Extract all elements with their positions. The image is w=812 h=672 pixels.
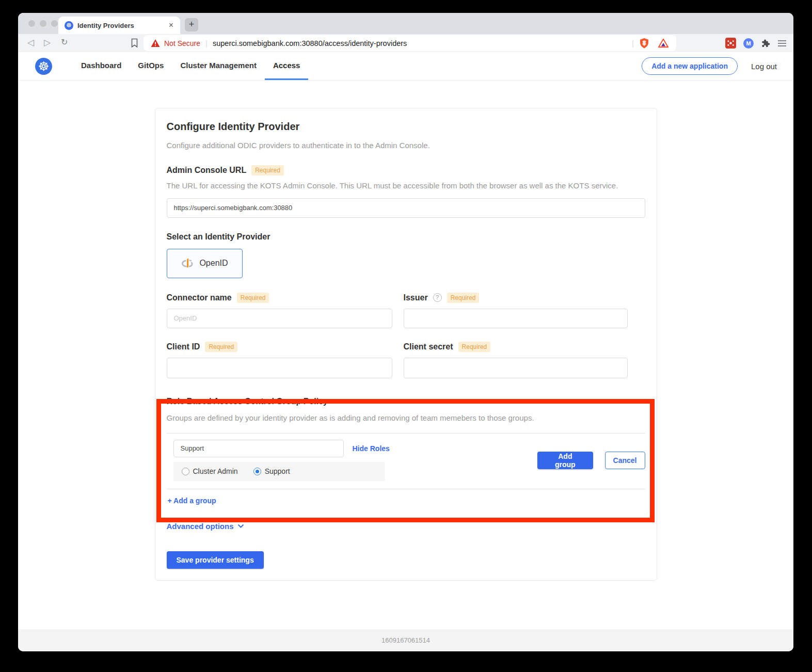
nav-item-access[interactable]: Access (265, 52, 309, 80)
required-badge: Required (458, 342, 491, 352)
logout-link[interactable]: Log out (751, 62, 777, 71)
identity-provider-card: Configure Identity Provider Configure ad… (155, 108, 657, 581)
reload-button[interactable]: ↻ (61, 37, 68, 47)
hide-roles-link[interactable]: Hide Roles (353, 444, 390, 453)
issuer-label: Issuer (404, 293, 428, 302)
connector-name-label: Connector name (167, 293, 232, 302)
brave-rewards-icon[interactable] (658, 38, 669, 49)
tab-title: Identity Providers (77, 22, 167, 29)
page-body: Configure Identity Provider Configure ad… (18, 81, 793, 629)
kubernetes-favicon-icon: ☸ (65, 21, 73, 30)
add-group-button[interactable]: Add group (537, 452, 593, 469)
nav-item-cluster-management[interactable]: Cluster Management (172, 52, 265, 80)
radio-unselected-icon[interactable] (182, 468, 189, 475)
forward-button[interactable]: ▷ (44, 37, 51, 48)
add-a-group-link[interactable]: + Add a group (167, 497, 216, 505)
cancel-button[interactable]: Cancel (605, 452, 645, 469)
client-secret-label: Client secret (404, 342, 453, 351)
add-new-application-button[interactable]: Add a new application (642, 57, 738, 75)
close-window-button[interactable] (28, 20, 35, 27)
extensions-puzzle-icon[interactable] (761, 38, 771, 48)
extensions-area: M (725, 34, 786, 52)
minimize-window-button[interactable] (40, 20, 46, 27)
required-badge: Required (447, 293, 480, 303)
url-text: superci.somebigbank.com:30880/access/ide… (213, 39, 407, 47)
divider (167, 433, 645, 434)
nav-item-gitops[interactable]: GitOps (130, 52, 172, 80)
client-id-input[interactable] (167, 358, 392, 378)
role-option-support[interactable]: Support (253, 467, 290, 475)
new-tab-button[interactable]: + (185, 18, 198, 31)
group-editor-row: Hide Roles Cluster Admin Support (167, 440, 645, 481)
roles-box: Cluster Admin Support (173, 462, 385, 481)
url-separator: | (632, 39, 634, 47)
required-badge: Required (237, 293, 269, 303)
maximize-window-button[interactable] (51, 20, 58, 27)
save-provider-settings-button[interactable]: Save provider settings (167, 551, 264, 569)
rbac-title: Role Based Access Control Group Policy (167, 397, 645, 406)
browser-toolbar: ◁ ▷ ↻ Not Secure | superci.somebigbank.c… (18, 34, 793, 52)
radio-selected-icon[interactable] (253, 468, 261, 475)
footer-timestamp: 1609167061514 (381, 636, 430, 644)
connector-name-input[interactable] (167, 309, 392, 328)
role-label: Cluster Admin (193, 467, 238, 475)
openid-logo-icon (181, 257, 195, 270)
nav-item-dashboard[interactable]: Dashboard (73, 52, 130, 80)
url-separator: | (205, 39, 208, 47)
back-button[interactable]: ◁ (27, 37, 34, 48)
browser-window: ☸ Identity Providers × + ◁ ▷ ↻ Not Secur… (18, 13, 793, 651)
window-controls (28, 20, 58, 27)
rbac-section: Role Based Access Control Group Policy G… (167, 397, 645, 505)
brave-shield-icon[interactable] (639, 38, 649, 49)
admin-console-url-label: Admin Console URL (167, 166, 247, 175)
not-secure-warning-icon (151, 39, 160, 47)
browser-tab-bar: ☸ Identity Providers × + (18, 13, 793, 34)
admin-console-url-help: The URL for accessing the KOTS Admin Con… (167, 181, 645, 191)
client-id-label: Client ID (167, 342, 200, 351)
admin-console-url-input[interactable] (167, 198, 645, 218)
role-option-cluster-admin[interactable]: Cluster Admin (182, 467, 238, 475)
client-secret-input[interactable] (404, 358, 628, 378)
url-bar[interactable]: Not Secure | superci.somebigbank.com:308… (144, 35, 676, 51)
required-badge: Required (205, 342, 237, 352)
openid-provider-label: OpenID (199, 259, 228, 268)
bookmark-icon[interactable] (131, 38, 138, 50)
role-label: Support (265, 467, 290, 475)
browser-tab[interactable]: ☸ Identity Providers × (58, 17, 180, 34)
openid-provider-card[interactable]: OpenID (167, 249, 243, 278)
divider (167, 489, 645, 489)
rbac-description: Groups are defined by your identity prov… (167, 413, 645, 423)
required-badge: Required (251, 165, 284, 175)
extension-icon[interactable] (725, 38, 736, 49)
chevron-down-icon[interactable] (237, 524, 244, 529)
profile-avatar-icon[interactable]: M (743, 38, 754, 49)
select-provider-label: Select an Identity Provider (167, 232, 645, 242)
page-title: Configure Identity Provider (167, 121, 645, 133)
tab-close-icon[interactable]: × (167, 21, 175, 30)
browser-menu-icon[interactable] (778, 40, 786, 41)
group-name-input[interactable] (173, 440, 344, 457)
not-secure-label: Not Secure (164, 39, 200, 47)
app-navigation: ☸ Dashboard GitOps Cluster Management Ac… (18, 52, 793, 81)
issuer-input[interactable] (404, 309, 628, 328)
issuer-help-icon[interactable]: ? (433, 293, 442, 302)
app-footer: 1609167061514 (18, 629, 793, 651)
advanced-options-link[interactable]: Advanced options (167, 522, 234, 531)
page-subtitle: Configure additional ODIC providers to a… (167, 140, 645, 151)
kubernetes-logo-icon: ☸ (35, 58, 52, 75)
